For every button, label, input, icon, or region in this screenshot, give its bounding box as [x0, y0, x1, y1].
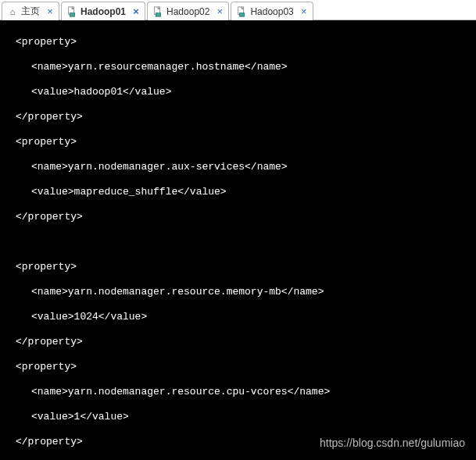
close-icon[interactable]: ×	[214, 6, 225, 17]
file-icon	[152, 6, 163, 17]
svg-rect-1	[70, 12, 74, 16]
close-icon[interactable]: ×	[131, 6, 141, 17]
xml-line: <property>	[0, 36, 476, 48]
home-icon: ⌂	[7, 6, 18, 17]
tab-home[interactable]: ⌂ 主页 ×	[2, 2, 59, 20]
xml-line: <name>yarn.nodemanager.resource.cpu-vcor…	[0, 386, 476, 398]
xml-line: <value>mapreduce_shuffle</value>	[0, 186, 476, 198]
xml-line: <property>	[0, 261, 476, 273]
xml-line: <value>1</value>	[0, 411, 476, 423]
xml-line: </property>	[0, 211, 476, 223]
tab-hadoop03[interactable]: Hadoop03 ×	[231, 2, 313, 20]
file-icon	[66, 6, 77, 17]
tab-hadoop03-label: Hadoop03	[250, 6, 293, 17]
xml-line: <name>yarn.resourcemanager.hostname</nam…	[0, 61, 476, 73]
xml-line: <name>yarn.nodemanager.resource.memory-m…	[0, 286, 476, 298]
tab-hadoop01-label: Hadoop01	[81, 6, 126, 17]
editor-pane[interactable]: <property> <name>yarn.resourcemanager.ho…	[0, 20, 476, 460]
xml-line: </property>	[0, 111, 476, 123]
watermark: https://blog.csdn.net/gulumiao	[320, 437, 465, 449]
tab-home-label: 主页	[21, 5, 40, 18]
tab-hadoop01[interactable]: Hadoop01 ×	[61, 2, 145, 20]
xml-line: <property>	[0, 361, 476, 373]
tab-hadoop02[interactable]: Hadoop02 ×	[147, 2, 229, 20]
xml-line: <value>hadoop01</value>	[0, 86, 476, 98]
xml-line: <value>1024</value>	[0, 311, 476, 323]
xml-line: </property>	[0, 336, 476, 348]
tab-bar: ⌂ 主页 × Hadoop01 × Hadoop02 × Hadoop03 ×	[0, 0, 476, 20]
svg-rect-3	[156, 12, 160, 16]
xml-line: <property>	[0, 136, 476, 148]
file-icon	[236, 6, 247, 17]
blank-line	[0, 236, 476, 248]
tab-hadoop02-label: Hadoop02	[166, 6, 209, 17]
xml-line: <name>yarn.nodemanager.aux-services</nam…	[0, 161, 476, 173]
close-icon[interactable]: ×	[45, 6, 55, 17]
close-icon[interactable]: ×	[299, 6, 310, 17]
svg-rect-5	[240, 12, 245, 16]
